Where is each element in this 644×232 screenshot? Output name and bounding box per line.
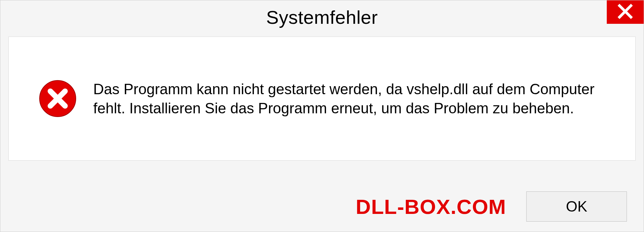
dialog-title: Systemfehler (266, 6, 378, 28)
ok-button[interactable]: OK (526, 191, 627, 222)
message-panel: Das Programm kann nicht gestartet werden… (8, 37, 636, 161)
watermark-text: DLL-BOX.COM (356, 195, 506, 219)
titlebar: Systemfehler (0, 0, 644, 34)
ok-button-label: OK (566, 198, 587, 215)
error-message: Das Programm kann nicht gestartet werden… (93, 79, 603, 118)
dialog-footer: DLL-BOX.COM OK (0, 191, 644, 222)
error-icon (39, 80, 76, 117)
close-button[interactable] (607, 0, 644, 24)
close-icon (618, 4, 633, 20)
